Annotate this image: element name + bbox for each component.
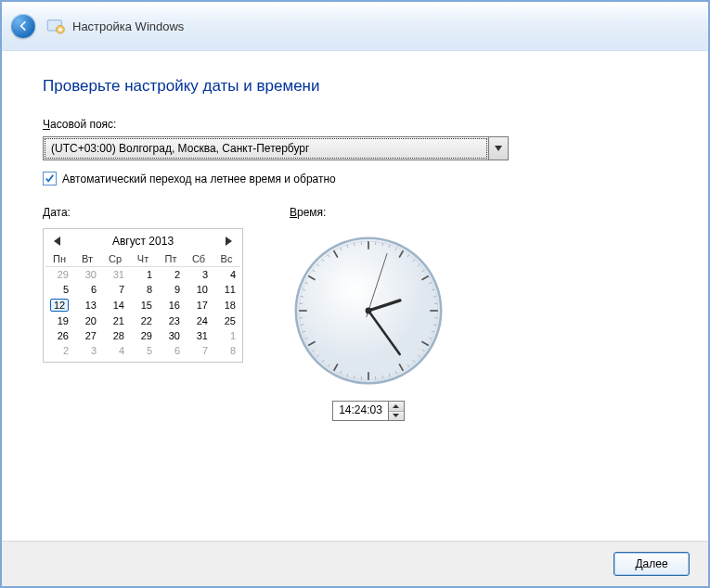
timezone-selected: (UTC+03:00) Волгоград, Москва, Санкт-Пет… [45, 138, 487, 159]
calendar-day[interactable]: 29 [129, 328, 157, 343]
setup-window: Настройка Windows Проверьте настройку да… [0, 0, 710, 588]
calendar-day[interactable]: 22 [129, 313, 157, 328]
triangle-right-icon [225, 236, 232, 246]
calendar-day[interactable]: 9 [157, 282, 185, 297]
calendar-weekday: Сб [185, 251, 213, 267]
calendar-day[interactable]: 31 [185, 328, 213, 343]
calendar-day[interactable]: 17 [185, 297, 213, 313]
calendar-day[interactable]: 25 [213, 313, 240, 328]
calendar-day[interactable]: 30 [157, 328, 185, 343]
calendar-day[interactable]: 16 [157, 297, 185, 313]
combobox-dropdown-button[interactable] [488, 137, 508, 160]
calendar-day[interactable]: 20 [73, 313, 101, 328]
svg-point-68 [366, 308, 372, 314]
analog-clock [290, 232, 447, 390]
calendar-day[interactable]: 14 [101, 297, 129, 313]
calendar-day[interactable]: 19 [45, 313, 73, 328]
calendar-grid: ПнВтСрЧтПтСбВс 2930311234567891011121314… [45, 251, 240, 358]
calendar-day[interactable]: 6 [73, 282, 101, 297]
calendar-day[interactable]: 4 [213, 267, 240, 283]
calendar-day[interactable]: 5 [45, 282, 73, 297]
calendar-weekday: Ср [101, 251, 129, 267]
calendar[interactable]: Август 2013 ПнВтСрЧтПтСбВс 2930311234567… [43, 228, 243, 363]
calendar-day[interactable]: 28 [101, 328, 129, 343]
calendar-weekday: Вт [73, 251, 101, 267]
calendar-day[interactable]: 5 [129, 343, 157, 358]
time-spin-down[interactable] [389, 412, 404, 421]
header-bar: Настройка Windows [2, 2, 708, 51]
calendar-day[interactable]: 30 [73, 267, 101, 283]
checkmark-icon [45, 173, 55, 184]
calendar-next-button[interactable] [222, 235, 235, 248]
calendar-weekday: Пт [157, 251, 185, 267]
next-button[interactable]: Далее [613, 552, 690, 576]
calendar-day[interactable]: 1 [129, 267, 157, 283]
calendar-day[interactable]: 26 [45, 328, 73, 343]
time-value[interactable]: 14:24:03 [333, 402, 389, 420]
chevron-down-icon [495, 146, 502, 151]
calendar-day[interactable]: 3 [185, 267, 213, 283]
svg-point-2 [58, 28, 62, 32]
time-label: Время: [290, 206, 326, 219]
calendar-day[interactable]: 3 [73, 343, 101, 358]
arrow-left-icon [17, 19, 30, 32]
calendar-day[interactable]: 15 [129, 297, 157, 313]
calendar-day[interactable]: 6 [157, 343, 185, 358]
header-title: Настройка Windows [72, 19, 184, 33]
calendar-day[interactable]: 8 [129, 282, 157, 297]
time-spin-up[interactable] [389, 402, 404, 412]
calendar-day[interactable]: 8 [213, 343, 240, 358]
calendar-day[interactable]: 11 [213, 282, 240, 297]
date-label: Дата: [43, 206, 243, 219]
calendar-day[interactable]: 21 [101, 313, 129, 328]
windows-setup-icon [46, 17, 65, 35]
dst-checkbox[interactable] [43, 172, 57, 185]
calendar-weekday: Вс [213, 251, 240, 267]
timezone-combobox[interactable]: (UTC+03:00) Волгоград, Москва, Санкт-Пет… [43, 136, 509, 160]
calendar-day[interactable]: 10 [185, 282, 213, 297]
calendar-month-title[interactable]: Август 2013 [112, 235, 174, 248]
calendar-day[interactable]: 31 [101, 267, 129, 283]
footer: Далее [2, 541, 708, 586]
calendar-day[interactable]: 1 [213, 328, 240, 343]
dst-label: Автоматический переход на летнее время и… [62, 173, 336, 185]
triangle-down-icon [393, 414, 399, 417]
date-column: Дата: Август 2013 ПнВтСрЧтПтСбВс [43, 206, 243, 421]
page-title: Проверьте настройку даты и времени [43, 77, 667, 96]
calendar-day[interactable]: 27 [73, 328, 101, 343]
calendar-day[interactable]: 18 [213, 297, 240, 313]
time-column: Время: [290, 206, 447, 421]
triangle-left-icon [54, 236, 61, 246]
calendar-weekday: Пн [45, 251, 73, 267]
calendar-day[interactable]: 4 [101, 343, 129, 358]
calendar-day[interactable]: 12 [45, 297, 73, 313]
calendar-day[interactable]: 2 [157, 267, 185, 283]
calendar-day[interactable]: 13 [73, 297, 101, 313]
time-spinner[interactable]: 14:24:03 [332, 401, 405, 421]
dst-checkbox-row: Автоматический переход на летнее время и… [43, 172, 667, 185]
triangle-up-icon [393, 404, 399, 408]
content-area: Проверьте настройку даты и времени Часов… [2, 51, 708, 541]
calendar-day[interactable]: 7 [185, 343, 213, 358]
calendar-day[interactable]: 7 [101, 282, 129, 297]
calendar-weekday: Чт [129, 251, 157, 267]
calendar-day[interactable]: 29 [45, 267, 73, 283]
calendar-day[interactable]: 23 [157, 313, 185, 328]
calendar-day[interactable]: 2 [45, 343, 73, 358]
back-button[interactable] [11, 14, 35, 38]
calendar-prev-button[interactable] [51, 235, 64, 248]
calendar-day[interactable]: 24 [185, 313, 213, 328]
timezone-label: Часовой пояс: [43, 118, 667, 131]
